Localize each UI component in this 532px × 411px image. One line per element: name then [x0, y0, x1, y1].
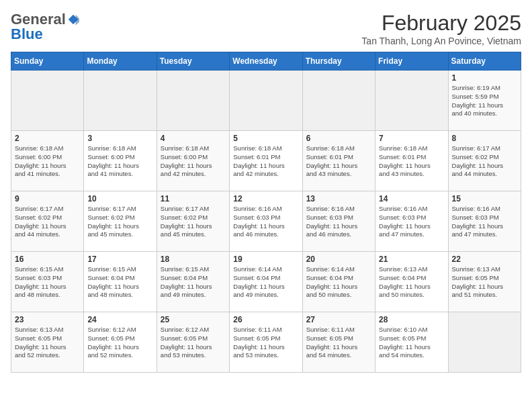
- day-info: Sunrise: 6:16 AM Sunset: 6:03 PM Dayligh…: [306, 205, 371, 239]
- logo-icon: [67, 13, 79, 26]
- day-info: Sunrise: 6:18 AM Sunset: 6:01 PM Dayligh…: [306, 144, 371, 179]
- header-friday: Friday: [375, 52, 448, 71]
- day-info: Sunrise: 6:12 AM Sunset: 6:05 PM Dayligh…: [161, 326, 226, 360]
- day-number: 25: [161, 315, 226, 324]
- calendar-cell: 20Sunrise: 6:14 AM Sunset: 6:04 PM Dayli…: [302, 252, 375, 312]
- calendar-cell: [230, 71, 302, 131]
- day-number: 1: [452, 73, 517, 83]
- day-info: Sunrise: 6:17 AM Sunset: 6:02 PM Dayligh…: [161, 205, 226, 239]
- calendar-header-row: SundayMondayTuesdayWednesdayThursdayFrid…: [11, 52, 521, 71]
- day-number: 28: [379, 315, 444, 324]
- subtitle: Tan Thanh, Long An Povince, Vietnam: [361, 36, 521, 46]
- day-number: 19: [233, 255, 298, 264]
- header-monday: Monday: [84, 52, 157, 71]
- day-number: 4: [161, 134, 226, 143]
- calendar-cell: 6Sunrise: 6:18 AM Sunset: 6:01 PM Daylig…: [302, 131, 375, 191]
- day-info: Sunrise: 6:15 AM Sunset: 6:04 PM Dayligh…: [87, 265, 152, 300]
- calendar-week-3: 16Sunrise: 6:15 AM Sunset: 6:03 PM Dayli…: [11, 252, 521, 312]
- day-info: Sunrise: 6:18 AM Sunset: 6:00 PM Dayligh…: [15, 144, 80, 179]
- day-info: Sunrise: 6:13 AM Sunset: 6:04 PM Dayligh…: [379, 265, 444, 300]
- day-number: 24: [87, 315, 152, 324]
- page-header: General Blue February 2025 Tan Thanh, Lo…: [11, 11, 521, 46]
- calendar-cell: 11Sunrise: 6:17 AM Sunset: 6:02 PM Dayli…: [157, 191, 229, 252]
- calendar-cell: [84, 71, 157, 131]
- day-info: Sunrise: 6:16 AM Sunset: 6:03 PM Dayligh…: [379, 205, 444, 239]
- day-info: Sunrise: 6:14 AM Sunset: 6:04 PM Dayligh…: [233, 265, 298, 300]
- calendar-cell: 16Sunrise: 6:15 AM Sunset: 6:03 PM Dayli…: [11, 252, 84, 312]
- day-number: 18: [161, 255, 226, 264]
- calendar-week-2: 9Sunrise: 6:17 AM Sunset: 6:02 PM Daylig…: [11, 191, 521, 252]
- title-block: February 2025 Tan Thanh, Long An Povince…: [361, 11, 521, 46]
- day-number: 14: [379, 194, 444, 203]
- day-number: 13: [306, 194, 371, 203]
- calendar-cell: [302, 71, 375, 131]
- svg-marker-1: [76, 15, 79, 26]
- calendar-cell: [11, 71, 84, 131]
- day-info: Sunrise: 6:17 AM Sunset: 6:02 PM Dayligh…: [87, 205, 152, 239]
- calendar-cell: 22Sunrise: 6:13 AM Sunset: 6:05 PM Dayli…: [448, 252, 521, 312]
- day-number: 17: [87, 255, 152, 264]
- day-info: Sunrise: 6:19 AM Sunset: 5:59 PM Dayligh…: [452, 84, 517, 118]
- day-info: Sunrise: 6:12 AM Sunset: 6:05 PM Dayligh…: [87, 326, 152, 360]
- calendar-cell: 27Sunrise: 6:11 AM Sunset: 6:05 PM Dayli…: [302, 312, 375, 373]
- calendar-cell: 21Sunrise: 6:13 AM Sunset: 6:04 PM Dayli…: [375, 252, 448, 312]
- header-tuesday: Tuesday: [157, 52, 229, 71]
- day-info: Sunrise: 6:17 AM Sunset: 6:02 PM Dayligh…: [15, 205, 80, 239]
- calendar-cell: 23Sunrise: 6:13 AM Sunset: 6:05 PM Dayli…: [11, 312, 84, 373]
- logo-blue-text: Blue: [11, 26, 43, 43]
- calendar-week-1: 2Sunrise: 6:18 AM Sunset: 6:00 PM Daylig…: [11, 131, 521, 191]
- calendar-cell: 25Sunrise: 6:12 AM Sunset: 6:05 PM Dayli…: [157, 312, 229, 373]
- header-saturday: Saturday: [448, 52, 521, 71]
- calendar-cell: 19Sunrise: 6:14 AM Sunset: 6:04 PM Dayli…: [230, 252, 302, 312]
- header-wednesday: Wednesday: [230, 52, 302, 71]
- day-number: 23: [15, 315, 80, 324]
- day-info: Sunrise: 6:18 AM Sunset: 6:00 PM Dayligh…: [87, 144, 152, 179]
- day-number: 11: [161, 194, 226, 203]
- day-number: 22: [452, 255, 517, 264]
- month-title: February 2025: [361, 11, 521, 36]
- day-number: 8: [452, 134, 517, 143]
- day-number: 15: [452, 194, 517, 203]
- day-number: 10: [87, 194, 152, 203]
- day-info: Sunrise: 6:13 AM Sunset: 6:05 PM Dayligh…: [452, 265, 517, 300]
- header-thursday: Thursday: [302, 52, 375, 71]
- day-number: 20: [306, 255, 371, 264]
- day-number: 12: [233, 194, 298, 203]
- day-number: 5: [233, 134, 298, 143]
- day-number: 27: [306, 315, 371, 324]
- day-info: Sunrise: 6:15 AM Sunset: 6:03 PM Dayligh…: [15, 265, 80, 300]
- calendar-cell: 12Sunrise: 6:16 AM Sunset: 6:03 PM Dayli…: [230, 191, 302, 252]
- day-info: Sunrise: 6:18 AM Sunset: 6:00 PM Dayligh…: [161, 144, 226, 179]
- logo: General Blue: [11, 11, 79, 43]
- day-info: Sunrise: 6:11 AM Sunset: 6:05 PM Dayligh…: [233, 326, 298, 360]
- day-number: 7: [379, 134, 444, 143]
- calendar-cell: [157, 71, 229, 131]
- calendar-cell: 4Sunrise: 6:18 AM Sunset: 6:00 PM Daylig…: [157, 131, 229, 191]
- day-number: 2: [15, 134, 80, 143]
- day-number: 9: [15, 194, 80, 203]
- calendar-cell: [375, 71, 448, 131]
- calendar-cell: 9Sunrise: 6:17 AM Sunset: 6:02 PM Daylig…: [11, 191, 84, 252]
- day-number: 26: [233, 315, 298, 324]
- header-sunday: Sunday: [11, 52, 84, 71]
- calendar-cell: 15Sunrise: 6:16 AM Sunset: 6:03 PM Dayli…: [448, 191, 521, 252]
- calendar-cell: 28Sunrise: 6:10 AM Sunset: 6:05 PM Dayli…: [375, 312, 448, 373]
- calendar-cell: 3Sunrise: 6:18 AM Sunset: 6:00 PM Daylig…: [84, 131, 157, 191]
- day-info: Sunrise: 6:10 AM Sunset: 6:05 PM Dayligh…: [379, 326, 444, 360]
- calendar-cell: 5Sunrise: 6:18 AM Sunset: 6:01 PM Daylig…: [230, 131, 302, 191]
- day-number: 16: [15, 255, 80, 264]
- day-number: 3: [87, 134, 152, 143]
- calendar-cell: 13Sunrise: 6:16 AM Sunset: 6:03 PM Dayli…: [302, 191, 375, 252]
- day-info: Sunrise: 6:16 AM Sunset: 6:03 PM Dayligh…: [233, 205, 298, 239]
- day-info: Sunrise: 6:18 AM Sunset: 6:01 PM Dayligh…: [233, 144, 298, 179]
- calendar-cell: 24Sunrise: 6:12 AM Sunset: 6:05 PM Dayli…: [84, 312, 157, 373]
- day-info: Sunrise: 6:18 AM Sunset: 6:01 PM Dayligh…: [379, 144, 444, 179]
- calendar-cell: 8Sunrise: 6:17 AM Sunset: 6:02 PM Daylig…: [448, 131, 521, 191]
- calendar-week-0: 1Sunrise: 6:19 AM Sunset: 5:59 PM Daylig…: [11, 71, 521, 131]
- calendar-cell: 1Sunrise: 6:19 AM Sunset: 5:59 PM Daylig…: [448, 71, 521, 131]
- day-info: Sunrise: 6:15 AM Sunset: 6:04 PM Dayligh…: [161, 265, 226, 300]
- calendar-cell: 26Sunrise: 6:11 AM Sunset: 6:05 PM Dayli…: [230, 312, 302, 373]
- calendar-week-4: 23Sunrise: 6:13 AM Sunset: 6:05 PM Dayli…: [11, 312, 521, 373]
- calendar-cell: 10Sunrise: 6:17 AM Sunset: 6:02 PM Dayli…: [84, 191, 157, 252]
- calendar-cell: 7Sunrise: 6:18 AM Sunset: 6:01 PM Daylig…: [375, 131, 448, 191]
